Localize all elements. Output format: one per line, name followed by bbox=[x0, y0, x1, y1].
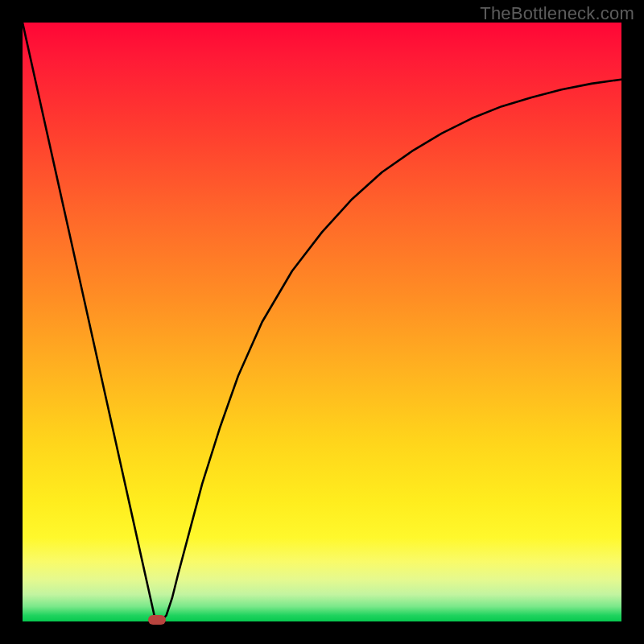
watermark-text: TheBottleneck.com bbox=[480, 3, 634, 24]
chart-plot-area bbox=[23, 23, 621, 621]
chart-frame: TheBottleneck.com bbox=[0, 0, 644, 644]
optimal-point-marker bbox=[148, 615, 166, 625]
